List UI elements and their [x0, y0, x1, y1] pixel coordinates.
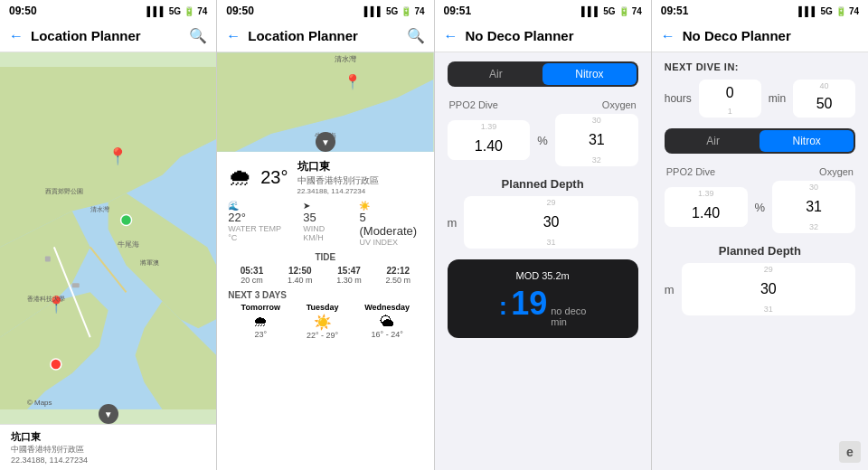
svg-text:清水灣: 清水灣 — [335, 55, 356, 63]
status-icons-2: ▌▌▌ 5G 🔋 74 — [364, 6, 425, 16]
back-button-1[interactable]: ← — [9, 28, 24, 44]
oxygen-below-4: 32 — [772, 221, 855, 233]
seg-nitrox-3[interactable]: Nitrox — [542, 63, 637, 85]
hours-input-wrap: 1 — [699, 80, 761, 118]
wind-stat: ➤ 35 WIND KM/H — [303, 201, 344, 247]
seg-air-3[interactable]: Air — [449, 63, 543, 85]
expand-handle-2[interactable]: ▼ — [316, 132, 335, 152]
wind-icon: ➤ — [303, 201, 344, 211]
depth-input-4[interactable] — [682, 276, 855, 303]
depth-above-4: 29 — [682, 263, 855, 276]
ppO2-oxygen-inputs-4: 1.39 % 30 32 — [665, 181, 855, 233]
signal-icon-3: ▌▌▌ — [581, 6, 600, 16]
svg-text:清水灣: 清水灣 — [90, 206, 109, 212]
min-input[interactable] — [793, 90, 855, 118]
day-tuesday: Tuesday ☀️ 22° - 29° — [307, 303, 339, 340]
ppO2-label-3: PPO2 Dive — [449, 99, 498, 110]
mod-timer-3: : 19 no deco min — [499, 285, 587, 327]
depth-input-wrap-4: 29 31 — [682, 263, 855, 315]
status-time-3: 09:51 — [444, 5, 472, 17]
ppO2-above-4: 1.39 — [665, 187, 748, 200]
min-above: 40 — [793, 80, 855, 90]
network-type-1: 5G — [169, 6, 181, 16]
next-dive-label: NEXT DIVE IN: — [665, 61, 855, 72]
nav-title-3: No Deco Planner — [466, 28, 642, 43]
oxygen-label-3: Oxygen — [602, 99, 637, 110]
depth-input-3[interactable] — [464, 209, 637, 236]
nav-bar-3: ← No Deco Planner — [435, 20, 651, 52]
oxygen-input-3[interactable] — [555, 127, 638, 154]
svg-text:© Maps: © Maps — [27, 399, 52, 407]
weather-city: 坑口東 — [297, 159, 379, 174]
signal-icon-4: ▌▌▌ — [798, 6, 817, 16]
segment-control-4[interactable]: Air Nitrox — [665, 128, 855, 154]
oxygen-label-4: Oxygen — [819, 166, 854, 177]
percent-label-4: % — [755, 201, 766, 214]
map-area-2[interactable]: 牛尾海 清水灣 📍 ▼ — [217, 52, 433, 152]
hours-below: 1 — [699, 107, 761, 118]
screen-location-map: 09:50 ▌▌▌ 5G 🔋 74 ← Location Planner 🔍 — [0, 0, 217, 470]
search-button-2[interactable]: 🔍 — [407, 27, 425, 44]
hours-min-row: hours 1 min 40 — [665, 80, 855, 118]
depth-below-4: 31 — [682, 303, 855, 315]
ppO2-input-4[interactable] — [665, 200, 748, 227]
ppO2-oxygen-labels-3: PPO2 Dive Oxygen — [448, 99, 638, 110]
planned-depth-title-3: Planned Depth — [448, 177, 638, 191]
oxygen-input-wrap-3: 30 32 — [555, 114, 638, 166]
weather-content: 🌧 23° 坑口東 中國香港特別行政區 22.34188, 114.27234 … — [217, 152, 433, 470]
screen-location-weather: 09:50 ▌▌▌ 5G 🔋 74 ← Location Planner 🔍 牛… — [217, 0, 434, 470]
svg-rect-8 — [45, 256, 51, 261]
status-time-4: 09:51 — [661, 5, 689, 17]
oxygen-above-3: 30 — [555, 114, 638, 127]
tide-1: 05:31 20 cm — [241, 266, 264, 285]
weather-location: 坑口東 中國香港特別行政區 22.34188, 114.27234 — [297, 159, 379, 195]
weather-temp-display: 23° — [260, 167, 288, 188]
battery-pct-2: 74 — [414, 6, 424, 16]
hours-input[interactable] — [699, 80, 761, 107]
svg-text:將軍澳: 將軍澳 — [140, 259, 159, 266]
back-button-2[interactable]: ← — [226, 28, 241, 44]
svg-text:西貢郊野公園: 西貢郊野公園 — [45, 188, 83, 195]
tide-3: 15:47 1.30 m — [336, 266, 362, 285]
ppO2-oxygen-labels-4: PPO2 Dive Oxygen — [665, 166, 855, 177]
status-time-1: 09:50 — [9, 5, 37, 17]
battery-icon-2: 🔋 — [401, 6, 411, 16]
network-type-3: 5G — [603, 6, 615, 16]
tide-section: TIDE 05:31 20 cm 12:50 1.40 m 15:47 1.30… — [228, 252, 422, 285]
ppO2-input-3[interactable] — [448, 133, 531, 160]
search-button-1[interactable]: 🔍 — [189, 27, 207, 44]
map-svg-1: 📍 📍 © Maps 牛尾海 西貢郊野公園 清水灣 香港科技大學 將軍澳 — [0, 52, 216, 424]
expand-handle-1[interactable]: ▼ — [99, 404, 118, 424]
depth-input-wrap-3: 29 31 — [464, 196, 637, 249]
screen-deco-planner: 09:51 ▌▌▌ 5G 🔋 74 ← No Deco Planner Air … — [435, 0, 652, 470]
nav-bar-2: ← Location Planner 🔍 — [217, 20, 433, 52]
svg-rect-9 — [72, 283, 80, 287]
nav-bar-4: ← No Deco Planner — [652, 20, 868, 52]
battery-icon-3: 🔋 — [618, 6, 629, 16]
tide-times: 05:31 20 cm 12:50 1.40 m 15:47 1.30 m 22… — [228, 266, 422, 285]
location-address-1: 中國香港特別行政區 — [11, 444, 205, 456]
segment-control-3[interactable]: Air Nitrox — [448, 61, 638, 87]
nav-bar-1: ← Location Planner 🔍 — [0, 20, 216, 52]
seg-air-4[interactable]: Air — [666, 130, 760, 152]
signal-icon-1: ▌▌▌ — [147, 6, 166, 16]
status-bar-2: 09:50 ▌▌▌ 5G 🔋 74 — [217, 0, 433, 20]
forecast-section: NEXT 3 DAYS Tomorrow 🌧 23° Tuesday ☀️ 22… — [228, 290, 422, 340]
colon-icon: : — [499, 292, 507, 321]
back-button-3[interactable]: ← — [444, 28, 458, 44]
back-button-4[interactable]: ← — [661, 28, 675, 44]
days-row: Tomorrow 🌧 23° Tuesday ☀️ 22° - 29° Wedn… — [228, 303, 422, 340]
network-type-2: 5G — [386, 6, 398, 16]
battery-icon-1: 🔋 — [184, 6, 194, 16]
seg-nitrox-4[interactable]: Nitrox — [760, 130, 854, 152]
map-area-1[interactable]: 📍 📍 © Maps 牛尾海 西貢郊野公園 清水灣 香港科技大學 將軍澳 ▼ — [0, 52, 216, 424]
oxygen-input-4[interactable] — [772, 193, 855, 221]
deco-content-3: Air Nitrox PPO2 Dive Oxygen 1.39 % 30 32 — [435, 52, 651, 470]
uv-stat: ☀️ 5 (Moderate) UV INDEX — [359, 201, 422, 247]
tide-2: 12:50 1.40 m — [288, 266, 313, 285]
depth-above-3: 29 — [464, 196, 637, 209]
battery-pct-3: 74 — [632, 6, 642, 16]
svg-point-10 — [121, 215, 132, 226]
weather-country: 中國香港特別行政區 — [297, 174, 379, 187]
weather-icon-rain: 🌧 — [228, 164, 251, 192]
